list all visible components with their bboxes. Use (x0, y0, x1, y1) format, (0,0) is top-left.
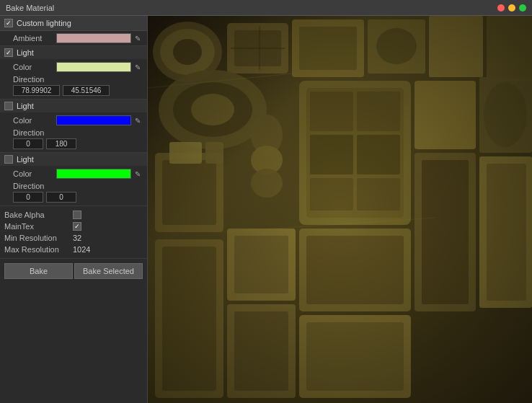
ambient-label: Ambient (13, 34, 56, 43)
light-3-color-container: ✎ (56, 169, 143, 179)
light-1-color-swatch[interactable] (56, 62, 131, 72)
light-3-direction-row: Direction (0, 180, 147, 204)
minimize-button[interactable] (508, 4, 515, 12)
light-3-dir2-input[interactable] (46, 192, 76, 203)
light-1-content: Color ✎ Direction (0, 59, 147, 99)
traffic-lights (497, 4, 526, 12)
window-title: Bake Material (6, 4, 54, 12)
maximize-button[interactable] (519, 4, 526, 12)
bake-alpha-checkbox[interactable] (73, 211, 81, 219)
light-1-header: Light (0, 46, 147, 59)
max-resolution-row: Max Resolution 1024 (4, 244, 143, 255)
max-resolution-label: Max Resolution (4, 245, 73, 254)
light-section-1: Light Color ✎ Direction (0, 46, 147, 99)
light-2-direction-row: Direction (0, 127, 147, 151)
light-1-color-row: Color ✎ (0, 61, 147, 74)
texture-svg (148, 16, 532, 403)
light-1-dir1-input[interactable] (13, 85, 60, 96)
light-2-direction-inputs (13, 138, 143, 149)
properties-section: Bake Alpha MainTex Min Resolution 32 Max… (0, 206, 147, 259)
bake-alpha-label: Bake Alpha (4, 211, 73, 219)
light-2-edit-icon[interactable]: ✎ (133, 115, 143, 125)
light-1-direction-inputs (13, 85, 143, 96)
custom-lighting-checkbox[interactable] (4, 19, 13, 27)
light-2-dir1-input[interactable] (13, 138, 43, 149)
right-panel (148, 16, 532, 403)
light-3-checkbox[interactable] (4, 155, 13, 164)
maintex-row: MainTex (4, 221, 143, 232)
ambient-color-container: ✎ (56, 33, 143, 43)
left-panel: Custom lighting Ambient ✎ Light Color (0, 16, 148, 403)
bake-selected-button[interactable]: Bake Selected (74, 263, 143, 279)
max-resolution-value: 1024 (73, 245, 90, 254)
light-2-label: Light (17, 102, 34, 110)
light-1-edit-icon[interactable]: ✎ (133, 62, 143, 72)
light-2-checkbox[interactable] (4, 102, 13, 110)
custom-lighting-label: Custom lighting (17, 19, 71, 27)
light-2-color-label: Color (13, 116, 56, 125)
light-1-dir2-input[interactable] (63, 85, 110, 96)
light-3-edit-icon[interactable]: ✎ (133, 169, 143, 179)
light-2-color-row: Color ✎ (0, 114, 147, 127)
light-3-color-label: Color (13, 169, 56, 178)
custom-lighting-row: Custom lighting (0, 16, 147, 31)
bake-alpha-row: Bake Alpha (4, 209, 143, 221)
light-2-header: Light (0, 99, 147, 112)
light-1-checkbox[interactable] (4, 48, 13, 57)
min-resolution-label: Min Resolution (4, 234, 73, 242)
ambient-edit-icon[interactable]: ✎ (133, 33, 143, 43)
light-3-header: Light (0, 153, 147, 166)
light-3-dir1-input[interactable] (13, 192, 43, 203)
ambient-row: Ambient ✎ (0, 31, 147, 46)
light-2-color-container: ✎ (56, 115, 143, 125)
light-3-color-row: Color ✎ (0, 167, 147, 180)
light-2-dir2-input[interactable] (46, 138, 76, 149)
bake-buttons: Bake Bake Selected (0, 259, 147, 283)
light-1-color-label: Color (13, 63, 56, 71)
light-3-direction-inputs (13, 192, 143, 203)
light-3-content: Color ✎ Direction (0, 166, 147, 205)
ambient-color-swatch[interactable] (56, 33, 131, 43)
maintex-checkbox[interactable] (73, 222, 81, 231)
main-layout: Custom lighting Ambient ✎ Light Color (0, 16, 532, 403)
light-2-direction-label: Direction (13, 128, 143, 137)
light-2-content: Color ✎ Direction (0, 112, 147, 152)
maintex-label: MainTex (4, 222, 73, 231)
min-resolution-value: 32 (73, 234, 81, 242)
light-1-label: Light (17, 48, 34, 57)
min-resolution-row: Min Resolution 32 (4, 232, 143, 244)
close-button[interactable] (497, 4, 505, 12)
light-1-direction-label: Direction (13, 75, 143, 84)
light-2-color-swatch[interactable] (56, 115, 131, 125)
light-3-label: Light (17, 155, 34, 164)
light-section-3: Light Color ✎ Direction (0, 153, 147, 206)
light-1-direction-row: Direction (0, 74, 147, 97)
light-3-color-swatch[interactable] (56, 169, 131, 179)
bake-button[interactable]: Bake (4, 263, 73, 279)
light-1-color-container: ✎ (56, 62, 143, 72)
light-section-2: Light Color ✎ Direction (0, 99, 147, 153)
title-bar: Bake Material (0, 0, 532, 16)
svg-rect-52 (148, 16, 532, 403)
texture-preview (148, 16, 532, 403)
light-3-direction-label: Direction (13, 182, 143, 190)
